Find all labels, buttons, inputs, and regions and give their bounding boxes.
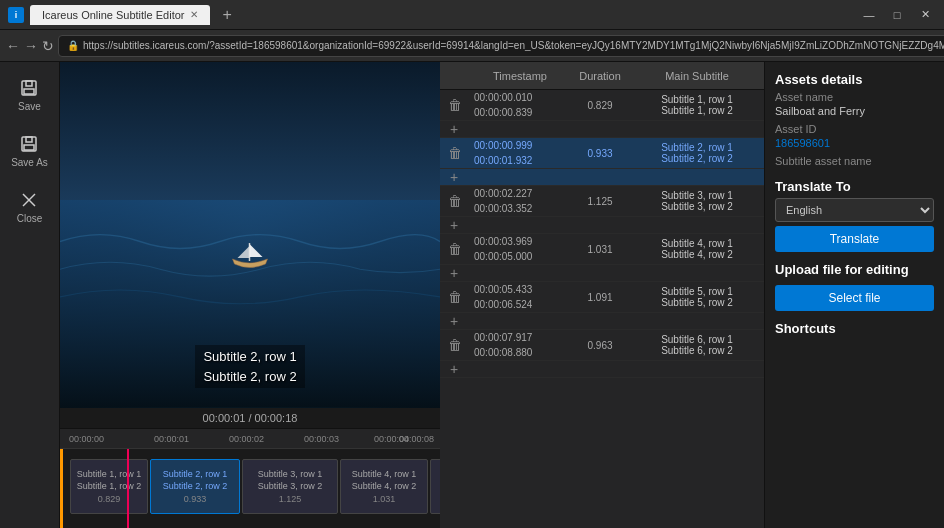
ruler-mark-0: 00:00:00 — [69, 434, 104, 444]
tr-1-time1: 00:00:00.010 — [470, 90, 570, 105]
tr-2-subtitle[interactable]: Subtitle 2, row 1Subtitle 2, row 2 — [630, 140, 764, 166]
timeline-playhead[interactable] — [127, 449, 129, 528]
close-sidebar-label: Close — [17, 213, 43, 224]
track-item-1[interactable]: Subtitle 1, row 1Subtitle 1, row 2 0.829 — [70, 459, 148, 514]
translate-select[interactable]: English Finnish Swedish German French Sp… — [775, 198, 934, 222]
new-tab-btn[interactable]: + — [216, 6, 237, 24]
track-item-5[interactable]: Subtitle 5,Subtitle 5, 1.091 — [430, 459, 440, 514]
left-sidebar: Save Save As Close — [0, 62, 60, 528]
tr-5-time2: 00:00:06.524 — [470, 297, 570, 312]
ruler-mark-3: 00:00:03 — [304, 434, 339, 444]
track-item-3[interactable]: Subtitle 3, row 1Subtitle 3, row 2 1.125 — [242, 459, 338, 514]
tr-6-delete-btn[interactable]: 🗑 — [448, 336, 462, 354]
tr-3-add-row[interactable]: + — [440, 217, 764, 233]
assets-details-title: Assets details — [775, 72, 934, 87]
track-item-2-label: Subtitle 2, row 1Subtitle 2, row 2 — [163, 469, 228, 492]
video-section: Subtitle 2, row 1 Subtitle 2, row 2 00:0… — [60, 62, 440, 528]
tr-5-plus-icon[interactable]: + — [450, 313, 458, 329]
tr-2-add-row[interactable]: + — [440, 169, 764, 185]
save-btn[interactable]: Save — [12, 72, 47, 118]
tr-4-actions[interactable]: 🗑 — [440, 240, 470, 258]
saveas-label: Save As — [11, 157, 48, 168]
timeline-ruler: 00:00:00 00:00:01 00:00:02 00:00:03 00:0… — [60, 429, 440, 449]
tab-label: Icareus Online Subtitle Editor — [42, 9, 184, 21]
shortcuts-section: Shortcuts — [775, 321, 934, 340]
tr-4-subtitle[interactable]: Subtitle 4, row 1Subtitle 4, row 2 — [630, 236, 764, 262]
table-row-5: 🗑 00:00:05.433 00:00:06.524 1.091 Subtit… — [440, 282, 764, 330]
url-bar[interactable]: 🔒 https://subtitles.icareus.com/?assetId… — [58, 35, 944, 57]
translate-btn[interactable]: Translate — [775, 226, 934, 252]
svg-rect-1 — [26, 81, 32, 86]
ruler-mark-5: 00:00:08 — [399, 434, 434, 444]
tr-2-plus-icon[interactable]: + — [450, 169, 458, 185]
tr-2-top: 🗑 00:00:00.999 00:00:01.932 0.933 Subtit… — [440, 138, 764, 169]
svg-rect-2 — [24, 89, 34, 94]
tr-3-actions[interactable]: 🗑 — [440, 192, 470, 210]
tr-5-subtitle[interactable]: Subtitle 5, row 1Subtitle 5, row 2 — [630, 284, 764, 310]
table-row-4: 🗑 00:00:03.969 00:00:05.000 1.031 Subtit… — [440, 234, 764, 282]
tr-5-times: 00:00:05.433 00:00:06.524 — [470, 282, 570, 312]
tr-3-plus-icon[interactable]: + — [450, 217, 458, 233]
refresh-btn[interactable]: ↻ — [42, 34, 54, 58]
browser-tab[interactable]: Icareus Online Subtitle Editor ✕ — [30, 5, 210, 25]
tr-4-add-row[interactable]: + — [440, 265, 764, 281]
tr-4-time1: 00:00:03.969 — [470, 234, 570, 249]
saveas-btn[interactable]: Save As — [5, 128, 54, 174]
forward-btn[interactable]: → — [24, 34, 38, 58]
track-item-2[interactable]: Subtitle 2, row 1Subtitle 2, row 2 0.933 — [150, 459, 240, 514]
tr-4-plus-icon[interactable]: + — [450, 265, 458, 281]
tr-5-add-row[interactable]: + — [440, 313, 764, 329]
tr-1-duration: 0.829 — [570, 96, 630, 115]
track-item-4-label: Subtitle 4, row 1Subtitle 4, row 2 — [352, 469, 417, 492]
tr-4-delete-btn[interactable]: 🗑 — [448, 240, 462, 258]
track-item-1-duration: 0.829 — [98, 494, 121, 504]
timeline-section[interactable]: 00:00:00 00:00:01 00:00:02 00:00:03 00:0… — [60, 428, 440, 528]
tr-2-delete-btn[interactable]: 🗑 — [448, 144, 462, 162]
timecode-display: 00:00:01 / 00:00:18 — [203, 412, 298, 424]
tr-3-delete-btn[interactable]: 🗑 — [448, 192, 462, 210]
tr-6-add-row[interactable]: + — [440, 361, 764, 377]
tr-1-actions[interactable]: 🗑 — [440, 96, 470, 114]
tr-5-duration: 1.091 — [570, 288, 630, 307]
subtitle-row2: Subtitle 2, row 2 — [203, 367, 296, 387]
tr-3-time2: 00:00:03.352 — [470, 201, 570, 216]
subtitle-display: Subtitle 2, row 1 Subtitle 2, row 2 — [195, 345, 304, 388]
tr-6-time1: 00:00:07.917 — [470, 330, 570, 345]
tr-2-actions[interactable]: 🗑 — [440, 144, 470, 162]
boat-svg — [228, 239, 273, 274]
upload-title: Upload file for editing — [775, 262, 934, 277]
tr-6-subtitle[interactable]: Subtitle 6, row 1Subtitle 6, row 2 — [630, 332, 764, 358]
video-player[interactable]: Subtitle 2, row 1 Subtitle 2, row 2 — [60, 62, 440, 408]
timecode-bar: 00:00:01 / 00:00:18 — [60, 408, 440, 428]
tr-6-plus-icon[interactable]: + — [450, 361, 458, 377]
tr-6-actions[interactable]: 🗑 — [440, 336, 470, 354]
lock-icon: 🔒 — [67, 40, 79, 51]
upload-section: Upload file for editing Select file — [775, 262, 934, 311]
maximize-btn[interactable]: □ — [886, 4, 908, 26]
tr-5-actions[interactable]: 🗑 — [440, 288, 470, 306]
tr-3-subtitle[interactable]: Subtitle 3, row 1Subtitle 3, row 2 — [630, 188, 764, 214]
close-btn-sidebar[interactable]: Close — [11, 184, 49, 230]
tr-1-subtitle[interactable]: Subtitle 1, row 1Subtitle 1, row 2 — [630, 92, 764, 118]
close-btn[interactable]: ✕ — [914, 4, 936, 26]
tr-5-delete-btn[interactable]: 🗑 — [448, 288, 462, 306]
svg-rect-4 — [26, 137, 32, 142]
ruler-mark-1: 00:00:01 — [154, 434, 189, 444]
timeline-tracks[interactable]: Subtitle 1, row 1Subtitle 1, row 2 0.829… — [60, 449, 440, 528]
tr-3-top: 🗑 00:00:02.227 00:00:03.352 1.125 Subtit… — [440, 186, 764, 217]
tr-1-plus-icon[interactable]: + — [450, 121, 458, 137]
track-item-1-label: Subtitle 1, row 1Subtitle 1, row 2 — [77, 469, 142, 492]
back-btn[interactable]: ← — [6, 34, 20, 58]
tr-1-delete-btn[interactable]: 🗑 — [448, 96, 462, 114]
th-duration: Duration — [570, 70, 630, 82]
track-item-4[interactable]: Subtitle 4, row 1Subtitle 4, row 2 1.031 — [340, 459, 428, 514]
tr-1-add-row[interactable]: + — [440, 121, 764, 137]
minimize-btn[interactable]: — — [858, 4, 880, 26]
tr-1-times: 00:00:00.010 00:00:00.839 — [470, 90, 570, 120]
subtitle-overlay: Subtitle 2, row 1 Subtitle 2, row 2 — [60, 345, 440, 388]
tr-5-top: 🗑 00:00:05.433 00:00:06.524 1.091 Subtit… — [440, 282, 764, 313]
select-file-btn[interactable]: Select file — [775, 285, 934, 311]
assets-details-section: Assets details Asset name Sailboat and F… — [775, 72, 934, 169]
tab-close-btn[interactable]: ✕ — [190, 9, 198, 20]
asset-id-value[interactable]: 186598601 — [775, 137, 934, 149]
